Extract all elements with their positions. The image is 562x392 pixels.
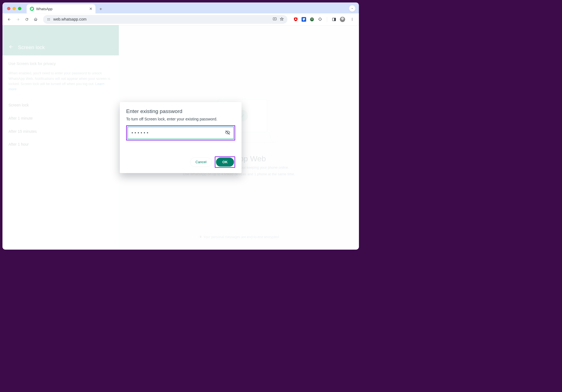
install-app-icon[interactable] [272, 17, 277, 22]
svg-point-14 [352, 18, 352, 18]
svg-point-5 [295, 18, 297, 20]
nav-back-button[interactable] [6, 16, 13, 23]
new-tab-button[interactable]: + [97, 5, 104, 12]
tab-overflow-button[interactable] [349, 5, 355, 12]
toolbar-divider [327, 17, 327, 22]
browser-toolbar: web.whatsapp.com [2, 13, 359, 26]
tab-title: WhatsApp [36, 7, 87, 11]
password-field-highlight: •••••• [126, 125, 235, 140]
cancel-button[interactable]: Cancel [190, 157, 212, 167]
window-controls [7, 7, 21, 10]
extensions-menu-icon[interactable] [318, 17, 322, 22]
svg-point-0 [47, 18, 48, 19]
svg-point-6 [310, 17, 314, 21]
extension-3-icon[interactable] [310, 17, 314, 22]
svg-rect-2 [48, 18, 50, 19]
bitwarden-icon[interactable] [302, 17, 306, 22]
window-maximize-button[interactable] [18, 7, 21, 10]
password-input[interactable]: •••••• [128, 127, 234, 139]
svg-point-15 [352, 19, 352, 19]
site-info-icon[interactable] [47, 17, 51, 21]
window-close-button[interactable] [7, 7, 10, 10]
ok-button[interactable]: OK [216, 157, 234, 167]
browser-window: WhatsApp ✕ + web.whatsapp.com [2, 2, 359, 250]
browser-menu-button[interactable] [349, 16, 356, 23]
address-bar[interactable]: web.whatsapp.com [43, 15, 288, 24]
modal-title: Enter existing password [126, 108, 235, 114]
tab-strip: WhatsApp ✕ + [2, 2, 359, 13]
password-value: •••••• [131, 131, 223, 135]
nav-reload-button[interactable] [23, 16, 30, 23]
page-content: Screen lock Use Screen lock for privacy … [2, 26, 359, 250]
browser-tab[interactable]: WhatsApp ✕ [27, 4, 95, 13]
modal-description: To turn off Screen lock, enter your exis… [126, 117, 235, 122]
nav-forward-button[interactable] [15, 16, 22, 23]
profile-avatar[interactable] [340, 17, 345, 22]
svg-point-10 [312, 19, 313, 19]
ublock-icon[interactable] [293, 17, 298, 22]
tab-close-button[interactable]: ✕ [89, 7, 92, 11]
modal-actions: Cancel OK [126, 156, 235, 168]
svg-point-9 [311, 19, 312, 19]
svg-point-1 [47, 20, 48, 20]
bookmark-star-icon[interactable] [280, 17, 284, 22]
whatsapp-favicon-icon [30, 7, 34, 11]
window-minimize-button[interactable] [13, 7, 16, 10]
password-modal: Enter existing password To turn off Scre… [120, 102, 242, 173]
url-text: web.whatsapp.com [53, 17, 270, 22]
svg-point-16 [352, 20, 352, 21]
nav-home-button[interactable] [32, 16, 39, 23]
extension-icons [293, 16, 356, 23]
ok-button-highlight: OK [215, 156, 235, 168]
svg-rect-3 [48, 20, 50, 20]
side-panel-icon[interactable] [332, 17, 336, 22]
svg-rect-13 [334, 18, 336, 21]
toggle-visibility-icon[interactable] [225, 130, 230, 136]
